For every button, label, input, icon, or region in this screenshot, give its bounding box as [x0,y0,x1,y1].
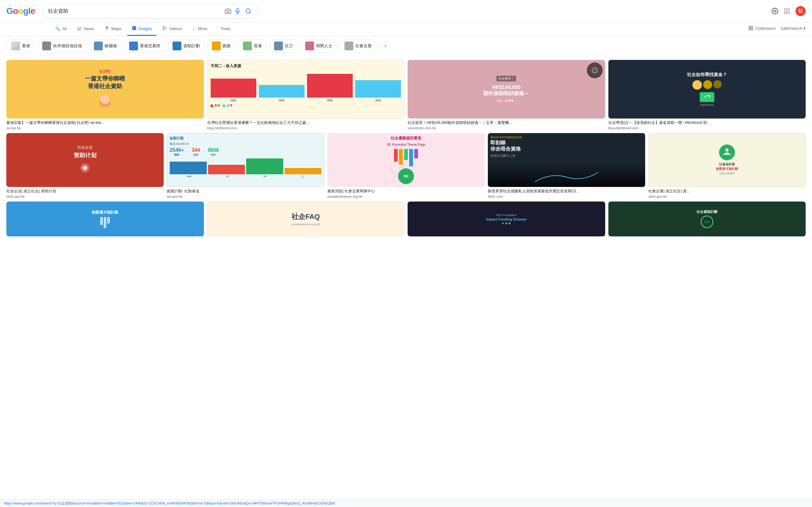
result-image-10: 創業展才能計劃 [6,202,204,236]
settings-icon[interactable] [771,8,778,14]
google-logo[interactable]: Google [6,6,35,16]
svg-point-5 [774,10,776,12]
image-row-1: 社企吧! 一篇文帶你睇晒香港社企資助 最強召集】一篇文帶你睇晒香港社企資助| 社… [6,60,806,130]
result-source-4: blog.hitchbond.com [608,126,806,130]
img-text-5a: 社会企业 [73,145,96,150]
filter-chip-funding[interactable]: 資助計劃 [168,39,205,53]
filter-chip-social-worker[interactable]: 社工 [269,39,298,53]
filter-chip-elderly[interactable]: 長者 [238,39,267,53]
filter-chip-disadvantaged[interactable]: 弱勢人士 [300,39,337,53]
header: Google [0,0,812,22]
result-item-10[interactable]: 創業展才能計劃 [6,202,204,236]
result-item-3[interactable]: 社企留意！ HK$144,000額外資助唔好錯過～ 文章－滙豐機... 社企留意… [408,60,605,130]
avatar[interactable]: 社 [796,6,806,16]
svg-point-23 [101,95,110,104]
img-text-12b: Impact Funding Scheme [486,217,526,221]
result-item-9[interactable]: 社會福利署 創業展才能計劃 社會企業資助 社會企業| 成立社企| 資... se… [648,133,806,199]
svg-point-7 [786,9,788,10]
result-title-1: 最強召集】一篇文帶你睇晒香港社企資助| 社企吧! se-bar... [6,120,204,125]
collections-label: Collections [755,26,775,31]
result-source-3: visionhsbc.com.hk [408,126,605,130]
img-text-1: 一篇文帶你睇晒香港社企資助 [85,75,125,90]
result-source-8: hk01.com [488,194,645,199]
img-text-4: 社企如何尋找資金？ [687,72,727,78]
img-text-13: 社企資助計劃 [697,210,717,214]
svg-point-26 [103,98,104,99]
chip-label-partner: 伙伴倡自強自強 [53,43,82,49]
img-text-9b: 創業展才能計劃 [716,167,738,171]
result-item-11[interactable]: 社企FAQ socialenterprise.org.hk [207,202,405,236]
tab-videos[interactable]: Videos [158,22,186,36]
tab-maps[interactable]: 📍 Maps [100,23,126,35]
stat-1: 2546+ [170,147,184,153]
filter-chip-person[interactable]: 歐陽瑜 [89,39,122,53]
result-image-8: ⚡財經 新世界倡建資助房屋 即刻睇你合唔合資格 首期13.5萬可上車 [488,133,645,187]
result-item-12[interactable]: KEX Foundation Impact Funding Scheme [408,202,605,236]
img-text-12a: KEX Foundation [486,214,526,217]
search-submit-icon[interactable] [244,7,253,15]
filter-chips-next-arrow[interactable] [380,41,391,51]
image-row-3: 創業展才能計劃 社企FAQ socialenterprise.org.hk [6,202,806,236]
svg-point-12 [784,13,786,14]
result-image-2: 不同二：收入來源 品品 品品 品品 [207,60,405,118]
chip-thumb-person [94,42,103,50]
filter-chip-social-enterprise[interactable]: 社會企業 [340,39,376,53]
filter-chips-row: 香港 伙伴倡自強自強 歐陽瑜 香港交易所 資助計劃 創新 長者 社工 弱勢人士 … [0,36,812,56]
result-title-8: 新世界房社企倡建私人資助房屋最低市價五折首期13... [488,188,645,194]
result-title-7: 最新消息| 社會企業商務中心 [327,188,485,194]
svg-point-3 [246,9,250,13]
chip-label-social-enterprise: 社會企業 [355,43,372,49]
chip-thumb-partner [42,42,51,50]
filter-chip-hkex[interactable]: 香港交易所 [124,39,165,53]
result-item-4[interactable]: 社企如何尋找資金？ Hitchbond 社企學堂(2) – 【疫境創社企】基金資… [608,60,806,130]
result-item-2[interactable]: 不同二：收入來源 品品 品品 品品 [207,60,405,130]
result-source-2: blog.hitchbond.com [207,126,405,130]
result-item-1[interactable]: 社企吧! 一篇文帶你睇晒香港社企資助 最強召集】一篇文帶你睇晒香港社企資助| 社… [6,60,204,130]
tab-all[interactable]: 🔍 All [51,23,71,35]
result-source-6: sie.gov.hk [167,194,324,199]
filter-chip-hongkong[interactable]: 香港 [6,39,35,53]
svg-point-27 [106,98,107,99]
filter-chip-innovation[interactable]: 創新 [207,39,236,53]
tab-news-label: News [84,26,94,31]
img-badge-3: 社企留意！ [496,76,516,81]
safe-search-button[interactable]: SafeSearch ▾ [780,26,806,31]
result-image-5: 社会企业 资助计划 [6,133,164,187]
img-text-2a: 不同二：收入來源 [211,63,401,69]
result-image-1: 社企吧! 一篇文帶你睇晒香港社企資助 [6,60,204,118]
nav-bar: 🔍 All 📰 News 📍 Maps Images Videos ⋮ More [0,22,812,36]
filter-chip-partner[interactable]: 伙伴倡自強自強 [38,39,87,53]
collections-button[interactable]: Collections [748,26,775,31]
tab-more[interactable]: ⋮ More [188,23,212,35]
img-text-8: 即刻睇你合唔合資格 [490,140,522,152]
search-input[interactable] [48,8,222,14]
chip-label-disadvantaged: 弱勢人士 [316,43,333,49]
chip-label-hkex: 香港交易所 [140,43,160,49]
tab-images[interactable]: Images [127,22,157,36]
mic-icon[interactable] [235,8,241,14]
chip-thumb-elderly [243,42,252,50]
tab-maps-label: Maps [111,26,121,31]
chip-thumb-funding [172,42,182,50]
svg-point-16 [133,27,134,28]
nav-right-actions: Collections SafeSearch ▾ [748,26,806,33]
result-item-6[interactable]: 創新計劃 截至2022年5月 2546+ 機構 → 344 資助 → 9608 [167,133,324,199]
result-image-7: 社企優惠資訊專頁 SE Promotion Theme Page SE [327,133,485,187]
image-row-2: 社会企业 资助计划 社会企业| 成立社企| 资助计划 sehk.gov.hk 創… [6,133,806,199]
camera-icon[interactable] [225,8,231,14]
svg-point-33 [725,149,728,152]
result-item-13[interactable]: 社企資助計劃 社企 [608,202,806,236]
tools-button[interactable]: Tools [218,23,233,35]
img-badge-8: ⚡財經 新世界倡建資助房屋 [490,135,522,139]
result-item-5[interactable]: 社会企业 资助计划 社会企业| 成立社企| 资助计划 sehk.gov.hk [6,133,164,199]
img-text-10: 創業展才能計劃 [92,210,118,215]
result-item-7[interactable]: 社企優惠資訊專頁 SE Promotion Theme Page SE 最新消息… [327,133,485,199]
tab-news[interactable]: 📰 News [72,23,99,35]
apps-icon[interactable] [783,8,791,14]
result-item-8[interactable]: ⚡財經 新世界倡建資助房屋 即刻睇你合唔合資格 首期13.5萬可上車 新世界房社… [488,133,645,199]
all-icon: 🔍 [55,26,60,31]
result-title-4: 社企學堂(2) – 【疫境創社企】基金資助一覽– Hitchbond 部... [608,120,806,125]
chip-label-innovation: 創新 [223,43,231,49]
svg-rect-20 [749,29,751,30]
chip-thumb-disadvantaged [305,42,314,50]
